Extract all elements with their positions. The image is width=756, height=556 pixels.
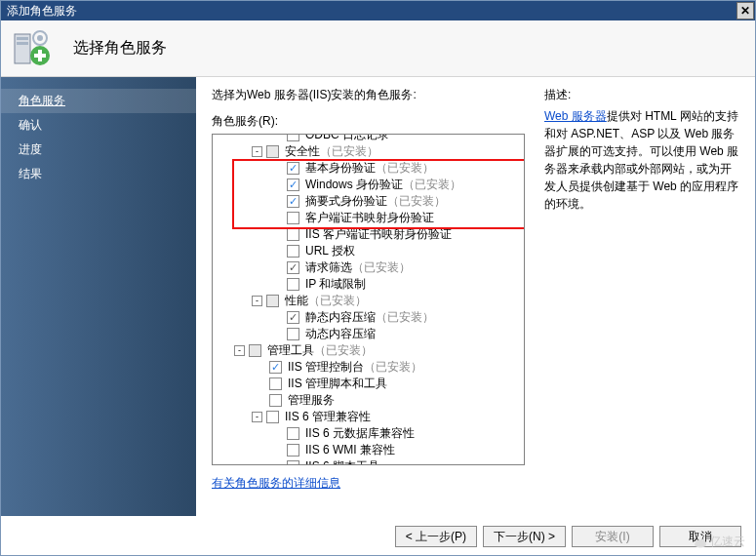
tree-row[interactable]: IIS 管理控制台 （已安装） [217,359,520,376]
page-title: 选择角色服务 [73,38,167,59]
sidebar-item-link[interactable]: 角色服务 [19,94,65,107]
checkbox[interactable] [266,145,279,158]
close-button[interactable]: ✕ [736,2,754,20]
install-status: （已安装） [376,160,434,177]
description-link[interactable]: Web 服务器 [544,109,607,123]
tree-label: 动态内容压缩 [305,326,376,342]
checkbox[interactable] [266,295,279,307]
tree-row[interactable]: 管理服务 [217,392,520,409]
dialog-window: 添加角色服务 ✕ 选择角色服务 角色服务确认进度结果 选择为Web 服务器(II… [0,0,756,556]
tree-label: IP 和域限制 [305,276,366,293]
checkbox[interactable] [269,394,282,407]
tree-label: 管理工具 [267,342,314,359]
install-status: （已安装） [352,259,411,276]
tree-row[interactable]: IIS 6 WMI 兼容性 [217,442,520,458]
more-info-row: 有关角色服务的详细信息 [212,475,525,492]
install-status: （已安装） [320,143,378,160]
checkbox[interactable] [287,311,299,324]
tree-row[interactable]: 摘要式身份验证 （已安装） [217,193,520,210]
checkbox[interactable] [249,344,261,357]
watermark: 亿速云 [694,534,745,550]
checkbox[interactable] [287,134,299,141]
tree-label: IIS 管理控制台 [288,359,364,376]
install-button[interactable]: 安装(I) [572,526,654,547]
content: 选择为Web 服务器(IIS)安装的角色服务: 角色服务(R): ODBC 日志… [196,77,755,516]
install-status: （已安装） [387,193,446,210]
tree-row[interactable]: ODBC 日志记录 [217,134,520,143]
tree-label: 客户端证书映射身份验证 [305,210,434,226]
tree-label: IIS 6 元数据库兼容性 [305,425,415,442]
checkbox[interactable] [266,411,279,423]
tree-row[interactable]: IIS 6 元数据库兼容性 [217,425,520,442]
checkbox[interactable] [287,427,299,440]
tree-row[interactable]: IIS 客户端证书映射身份验证 [217,226,520,243]
wizard-buttons: < 上一步(P) 下一步(N) > 安装(I) 取消 [395,526,741,547]
checkbox[interactable] [287,245,299,258]
install-status: （已安装） [376,309,434,326]
tree-row[interactable]: -管理工具 （已安装） [217,342,520,359]
tree-box[interactable]: ODBC 日志记录-安全性 （已安装）基本身份验证 （已安装）Windows 身… [212,134,525,465]
checkbox[interactable] [287,278,299,291]
tree-label: 安全性 [285,143,320,160]
tree-row[interactable]: -安全性 （已安装） [217,143,520,160]
next-button[interactable]: 下一步(N) > [483,526,566,547]
sidebar-item[interactable]: 进度 [1,138,196,162]
checkbox[interactable] [287,212,299,224]
tree-row[interactable]: IIS 6 脚本工具 [217,458,520,465]
tree-label: 请求筛选 [305,259,352,276]
tree-row[interactable]: IP 和域限制 [217,276,520,293]
tree-label: URL 授权 [305,243,355,259]
tree-row[interactable]: 基本身份验证 （已安装） [217,160,520,177]
checkbox[interactable] [269,361,282,374]
tree-label: 静态内容压缩 [305,309,376,326]
tree-row[interactable]: Windows 身份验证 （已安装） [217,177,520,193]
description-panel: 描述: Web 服务器提供对 HTML 网站的支持和对 ASP.NET、ASP … [544,87,739,516]
checkbox[interactable] [287,444,299,457]
description-body: 提供对 HTML 网站的支持和对 ASP.NET、ASP 以及 Web 服务器扩… [544,109,738,211]
expand-toggle[interactable]: - [252,296,262,306]
tree-label: 管理服务 [288,392,335,409]
checkbox[interactable] [287,195,299,208]
checkbox[interactable] [287,179,299,191]
sidebar: 角色服务确认进度结果 [1,77,196,516]
sidebar-item[interactable]: 角色服务 [1,89,196,113]
expand-toggle[interactable]: - [252,146,262,157]
checkbox[interactable] [269,377,282,390]
tree-row[interactable]: URL 授权 [217,243,520,259]
tree-row[interactable]: -性能 （已安装） [217,293,520,309]
cloud-icon [694,536,707,549]
checkbox[interactable] [287,228,299,241]
checkbox[interactable] [287,328,299,340]
svg-point-7 [37,35,43,41]
tree-row[interactable]: -IIS 6 管理兼容性 [217,409,520,425]
sidebar-item[interactable]: 结果 [1,162,196,186]
tree-label: 性能 [285,293,308,309]
tree-row[interactable]: 请求筛选 （已安装） [217,259,520,276]
tree-label: 基本身份验证 [305,160,376,177]
checkbox[interactable] [287,261,299,274]
tree-row[interactable]: 静态内容压缩 （已安装） [217,309,520,326]
main-area: 角色服务确认进度结果 选择为Web 服务器(IIS)安装的角色服务: 角色服务(… [1,77,755,516]
server-add-icon [11,28,52,69]
sidebar-item[interactable]: 确认 [1,113,196,138]
expand-toggle[interactable]: - [252,412,262,422]
tree-row[interactable]: 客户端证书映射身份验证 [217,210,520,226]
more-info-link[interactable]: 有关角色服务的详细信息 [212,476,340,490]
tree-label: ODBC 日志记录 [305,134,389,143]
svg-rect-2 [17,42,28,45]
tree-row[interactable]: IIS 管理脚本和工具 [217,376,520,392]
tree-label: IIS 6 WMI 兼容性 [305,442,395,458]
tree-label: IIS 6 管理兼容性 [285,409,371,425]
header: 选择角色服务 [1,20,755,77]
left-column: 选择为Web 服务器(IIS)安装的角色服务: 角色服务(R): ODBC 日志… [212,87,525,516]
svg-rect-5 [34,54,46,58]
description-text: Web 服务器提供对 HTML 网站的支持和对 ASP.NET、ASP 以及 W… [544,107,739,213]
checkbox[interactable] [287,460,299,465]
titlebar[interactable]: 添加角色服务 ✕ [1,1,755,20]
tree-row[interactable]: 动态内容压缩 [217,326,520,342]
svg-point-10 [699,538,705,544]
checkbox[interactable] [287,162,299,175]
expand-toggle[interactable]: - [234,345,245,356]
prev-button[interactable]: < 上一步(P) [395,526,477,547]
tree-label: IIS 管理脚本和工具 [288,376,387,392]
